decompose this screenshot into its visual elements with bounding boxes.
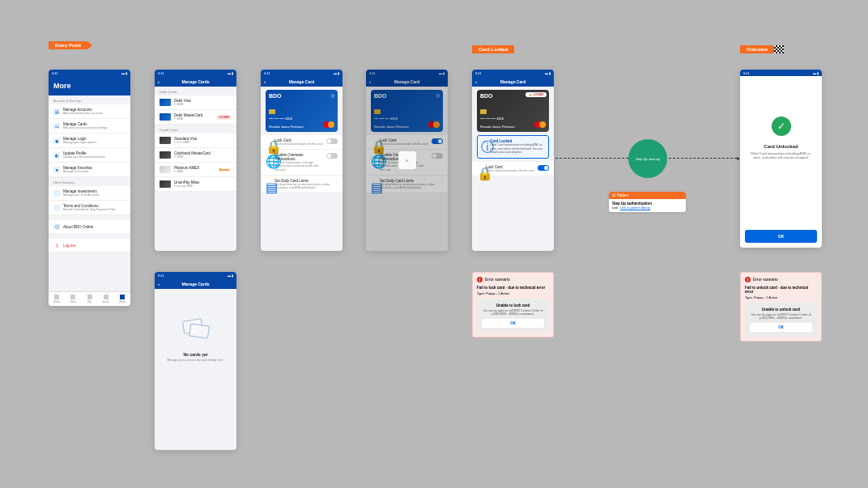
badge-locked: LOCKED (216, 115, 232, 120)
phone-card-off: 9:41▬ ▮ ‹Manage Card BDO ⟩⟩ •••• •••• ••… (261, 70, 343, 251)
profile-icon: ◐ (53, 152, 60, 159)
invest-tab-icon (104, 295, 108, 299)
statusbar: 9:41▬ ▮ (49, 70, 130, 76)
section-credit: Credit Cards (155, 125, 236, 134)
ui-pattern-note: UI Pattern Step Up authentication Link: … (609, 192, 686, 212)
info-icon: ⓘ (481, 139, 487, 145)
cards-icon: ▭ (53, 123, 60, 129)
tab-home[interactable]: Home (49, 292, 65, 306)
success-sub: Debit Card transactions including ATM, i… (740, 151, 822, 159)
signal-icon: ▬ ▮ (121, 71, 127, 75)
card-number: •••• •••• •••• 4350 (269, 117, 292, 121)
menu-update-profile[interactable]: ◐Update ProfileUpdate your personal info… (49, 148, 130, 163)
card-debit-mc[interactable]: Debit MasterCard•• 4398LOCKED (155, 110, 236, 125)
menu-manage-accounts[interactable]: ▤Manage AccountsAdd and rename your acco… (49, 104, 130, 119)
tag-locked: Card Locked (472, 45, 514, 53)
locked-notice: ⓘ Card LockedDebit Card transactions inc… (477, 135, 549, 159)
dialog-ok-button[interactable]: OK (750, 323, 812, 332)
back-icon[interactable]: ‹ (158, 79, 160, 84)
card-logo: BDO (269, 93, 334, 99)
flow-step-up: Step Up Journey (628, 139, 667, 178)
tab-invest[interactable]: Invest (98, 292, 114, 306)
card-holder: Ricardo Jonas Peterson (269, 125, 304, 129)
success-check-icon: ✓ (772, 117, 791, 136)
header-more: More (49, 76, 130, 95)
header: ‹Manage Cards (155, 76, 236, 87)
dialog-ok-button[interactable]: OK (482, 319, 544, 328)
more-icon (120, 295, 125, 299)
card-std-visa[interactable]: Standard Visa•••••••• 4398 (155, 134, 236, 148)
opt-limits[interactable]: ▤Set Daily Card LimitsSet daily limits f… (261, 176, 343, 193)
menu-manage-login[interactable]: ◉Manage LoginManage your login options (49, 134, 130, 148)
error-type: Type: Popup - 1 Action (745, 295, 817, 299)
section-other: Other Services (49, 177, 130, 186)
tag-outcome: Outcome (740, 45, 774, 53)
menu-manage-favorites[interactable]: ★Manage FavoritesManage all favorites (49, 163, 130, 177)
menu-manage-cards[interactable]: ▭Manage CardsEdit your card security and… (49, 119, 130, 134)
opt-lock[interactable]: 🔒Lock CardBlock transactions made with t… (472, 162, 554, 176)
error-lock: !Error scenario Fail to lock card - due … (472, 272, 554, 337)
phone-card-locked: 9:41▬ ▮ ‹Manage Card BDO 🔒 LOCKED •••• •… (472, 70, 554, 251)
empty-sub: Manage your card security and settings h… (163, 359, 228, 362)
phone-empty: 9:41▬ ▮ ‹Manage Cards No cards yet Manag… (155, 272, 236, 450)
menu-logout[interactable]: ⍈Log out (49, 239, 130, 252)
error-title: Fail to lock card - due to technical err… (477, 286, 549, 290)
limit-icon: ▤ (266, 180, 271, 185)
card-thumb (160, 151, 171, 159)
globe-icon: 🌐 (266, 154, 271, 159)
error-icon: ! (745, 277, 751, 282)
success-title: Card Unlocked (740, 144, 822, 149)
contactless-icon: ⟩⟩ (331, 93, 334, 98)
statusbar: 9:41▬ ▮ (155, 70, 236, 76)
pay-icon (87, 295, 92, 299)
note-link[interactable]: Link to pattern library (620, 206, 650, 210)
favorites-icon: ★ (53, 167, 60, 173)
empty-title: No cards yet (163, 352, 228, 357)
toggle-lock[interactable] (538, 165, 549, 171)
phone-success: 9:41▬ ▮ ✓ Card Unlocked Debit Card trans… (740, 70, 822, 248)
lock-icon: 🔒 (266, 139, 271, 145)
tab-pay[interactable]: Pay (81, 292, 97, 306)
back-icon[interactable]: ‹ (264, 79, 266, 84)
section-debit: Debit Cards (155, 87, 236, 95)
card-amex[interactable]: Platinum AMEX•• 4398Dormant (155, 163, 236, 177)
tab-more[interactable]: More (114, 292, 130, 306)
ok-button[interactable]: OK (745, 230, 817, 243)
menu-about[interactable]: ⓘAbout BDO Online (49, 220, 130, 234)
arrow (669, 158, 737, 159)
error-title: Fail to unlock card - due to technical e… (745, 286, 817, 294)
login-icon: ◉ (53, 138, 60, 144)
phone-card-toggling: 9:41▬ ▮ ‹Manage Card BDO ⟩⟩ •••• •••• ••… (366, 70, 448, 251)
note-header: UI Pattern (609, 192, 686, 199)
toggle-lock[interactable] (326, 138, 338, 144)
card-cashback[interactable]: Cashback MasterCard•• 4398 (155, 148, 236, 163)
back-icon[interactable]: ‹ (158, 282, 160, 286)
loading-spinner: ⟳ (398, 151, 416, 169)
mastercard-icon (323, 121, 334, 129)
note-link-label: Link: (612, 206, 619, 210)
chip-icon (269, 109, 275, 114)
card-debit-visa[interactable]: Debit Visa•• 4398 (155, 95, 236, 110)
menu-terms[interactable]: Terms and ConditionsReorder Checkbook, S… (49, 201, 130, 215)
tabbar: Home Send Pay Invest More (49, 291, 130, 306)
error-dialog: Unable to unlock card You can try again … (745, 303, 817, 337)
send-icon (70, 295, 75, 299)
phone-more: 9:41▬ ▮ More Account & Security ▤Manage … (49, 70, 130, 306)
error-unlock: !Error scenario Fail to unlock card - du… (740, 272, 822, 342)
card-unionpay[interactable]: UnionPay Miles•• no exp 4398 (155, 177, 236, 192)
menu-investments[interactable]: Manage InvestmentsManage your Trust Acco… (49, 186, 130, 201)
card-thumb (160, 180, 171, 188)
accounts-icon: ▤ (53, 108, 60, 115)
tab-send[interactable]: Send (65, 292, 81, 306)
back-icon[interactable]: ‹ (475, 79, 477, 84)
home-icon (54, 295, 59, 299)
error-icon: ! (477, 277, 483, 282)
phone-card-list: 9:41▬ ▮ ‹Manage Cards Debit Cards Debit … (155, 70, 236, 251)
card-visual: BDO ⟩⟩ •••• •••• •••• 4350 Ricardo Jonas… (266, 90, 338, 132)
error-type: Type: Popup - 1 Action (477, 291, 549, 295)
loading-overlay: ⟳ (366, 70, 448, 251)
toggle-overseas[interactable] (326, 153, 338, 159)
opt-lock[interactable]: 🔒Lock CardBlock transactions made with t… (261, 135, 343, 150)
info-icon: ⓘ (53, 223, 60, 230)
tag-entry: Entry Point (49, 41, 87, 49)
